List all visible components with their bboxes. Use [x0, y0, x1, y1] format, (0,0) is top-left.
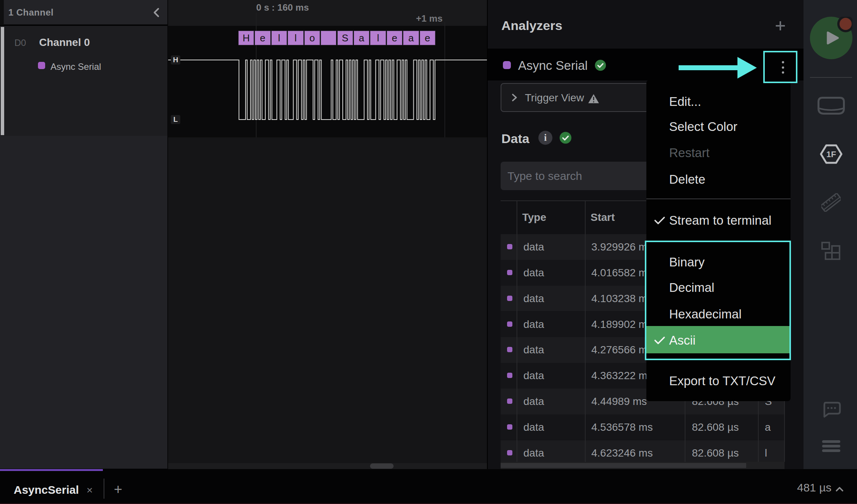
svg-text:1F: 1F — [826, 150, 836, 159]
